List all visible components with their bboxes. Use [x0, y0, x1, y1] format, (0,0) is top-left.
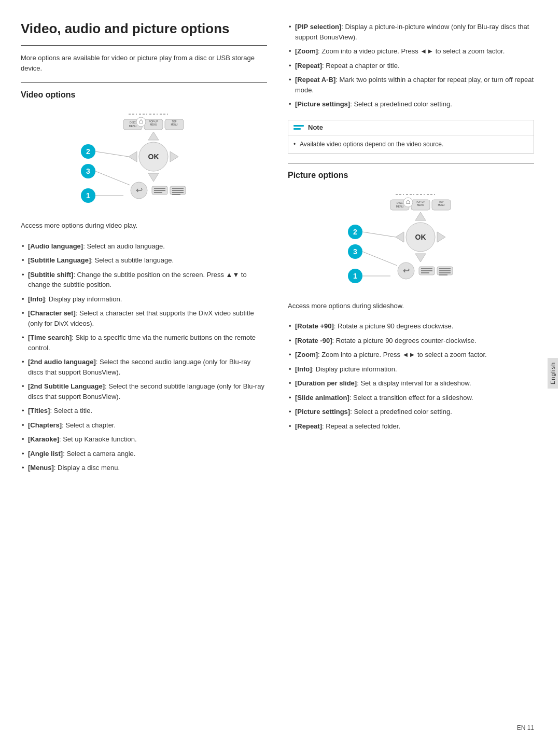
remote-svg-right: 2 3 1 DISC MENU POP-UP MENU ⌂ — [344, 185, 479, 294]
video-options-list: [Audio language]: Select an audio langua… — [21, 240, 267, 474]
svg-text:POP-UP: POP-UP — [416, 201, 425, 203]
list-item: [Angle list]: Select a camera angle. — [21, 448, 267, 460]
intro-text: More options are available for video or … — [21, 53, 267, 73]
list-item: [Repeat A-B]: Mark two points within a c… — [288, 74, 534, 96]
list-item: [Picture settings]: Select a predefined … — [288, 406, 534, 418]
list-item: [Repeat]: Repeat a chapter or title. — [288, 60, 534, 72]
svg-line-39 — [95, 171, 130, 185]
list-item: [Slide animation]: Select a transition e… — [288, 392, 534, 404]
side-tab: English — [545, 0, 560, 747]
list-item: [Subtitle shift]: Change the subtitle po… — [21, 269, 267, 291]
list-item: [2nd Subtitle Language]: Select the seco… — [21, 380, 267, 403]
svg-text:3: 3 — [86, 167, 90, 175]
svg-text:OK: OK — [415, 233, 426, 241]
svg-marker-63 — [396, 232, 404, 242]
svg-text:MENU: MENU — [129, 125, 136, 128]
svg-marker-65 — [415, 254, 426, 262]
video-options-divider — [21, 82, 267, 83]
video-access-text: Access more options during video play. — [21, 220, 267, 231]
video-options-title: Video options — [21, 90, 267, 100]
svg-marker-23 — [170, 151, 178, 162]
list-item: [Zoom]: Zoom into a picture. Press ◄► to… — [288, 349, 534, 361]
svg-line-80 — [362, 252, 397, 266]
svg-text:TOP: TOP — [172, 120, 176, 123]
picture-access-text: Access more options during slideshow. — [288, 301, 534, 311]
list-item: [Rotate -90]: Rotate a picture 90 degree… — [288, 335, 534, 347]
side-tab-label: English — [548, 358, 558, 389]
list-item: [PIP selection]: Display a picture-in-pi… — [288, 21, 534, 43]
svg-text:⌂: ⌂ — [138, 117, 143, 125]
list-item: [2nd audio language]: Select the second … — [21, 356, 267, 378]
svg-marker-62 — [415, 212, 426, 220]
note-box: Note Available video options depend on t… — [288, 120, 534, 154]
list-item: [Menus]: Display a disc menu. — [21, 462, 267, 474]
svg-text:MENU: MENU — [396, 205, 403, 208]
svg-text:2: 2 — [86, 147, 90, 156]
picture-options-list: [Rotate +90]: Rotate a picture 90 degree… — [288, 320, 534, 432]
svg-text:DISC: DISC — [130, 121, 136, 124]
svg-text:MENU: MENU — [171, 123, 177, 126]
note-icon — [293, 123, 304, 132]
list-item: [Duration per slide]: Set a display inte… — [288, 377, 534, 390]
note-header: Note — [288, 120, 534, 135]
svg-text:POP-UP: POP-UP — [149, 120, 158, 123]
list-item: [Chapters]: Select a chapter. — [21, 419, 267, 432]
list-item: [Info]: Display play information. — [21, 293, 267, 306]
svg-text:OK: OK — [148, 153, 159, 161]
svg-text:TOP: TOP — [439, 201, 443, 203]
svg-text:⌂: ⌂ — [405, 197, 410, 205]
svg-text:1: 1 — [353, 272, 357, 280]
remote-diagram-right: 2 3 1 DISC MENU POP-UP MENU ⌂ — [344, 185, 479, 296]
list-item: [Time search]: Skip to a specific time v… — [21, 331, 267, 354]
list-item: [Zoom]: Zoom into a video picture. Press… — [288, 45, 534, 58]
svg-marker-24 — [148, 173, 159, 182]
title-divider — [21, 45, 267, 46]
svg-text:↩: ↩ — [402, 266, 409, 275]
svg-text:MENU: MENU — [417, 204, 424, 206]
svg-text:1: 1 — [86, 191, 90, 200]
svg-text:MENU: MENU — [150, 123, 157, 126]
svg-text:↩: ↩ — [135, 186, 142, 195]
left-column: Video, audio and picture options More op… — [21, 21, 267, 726]
list-item: [Karaoke]: Set up Karaoke function. — [21, 433, 267, 446]
note-content: Available video options depend on the vi… — [288, 135, 534, 153]
svg-line-38 — [95, 151, 129, 157]
picture-options-title: Picture options — [288, 171, 534, 180]
remote-svg-left: 2 3 1 DISC MENU POP-UP MENU — [77, 105, 212, 214]
svg-marker-21 — [148, 132, 159, 140]
note-title: Note — [308, 123, 323, 131]
list-item: [Repeat]: Repeat a selected folder. — [288, 420, 534, 433]
page-title: Video, audio and picture options — [21, 21, 267, 37]
svg-text:MENU: MENU — [438, 204, 444, 206]
pip-options-list: [PIP selection]: Display a picture-in-pi… — [288, 21, 534, 110]
list-item: [Info]: Display picture information. — [288, 363, 534, 376]
svg-marker-22 — [129, 151, 137, 162]
page-number: EN 11 — [517, 724, 534, 731]
svg-text:2: 2 — [353, 228, 357, 236]
list-item: [Character set]: Select a character set … — [21, 307, 267, 329]
svg-text:DISC: DISC — [397, 201, 403, 204]
picture-options-divider — [288, 163, 534, 163]
list-item: [Audio language]: Select an audio langua… — [21, 240, 267, 253]
list-item: [Picture settings]: Select a predefined … — [288, 98, 534, 110]
remote-diagram-left: 2 3 1 DISC MENU POP-UP MENU — [77, 105, 212, 215]
right-column: [PIP selection]: Display a picture-in-pi… — [288, 21, 534, 726]
list-item: [Subtitle Language]: Select a subtitle l… — [21, 254, 267, 267]
list-item: [Rotate +90]: Rotate a picture 90 degree… — [288, 320, 534, 333]
list-item: [Titles]: Select a title. — [21, 405, 267, 417]
svg-text:3: 3 — [353, 247, 357, 256]
svg-marker-64 — [437, 232, 445, 242]
svg-line-79 — [362, 232, 396, 237]
note-item: Available video options depend on the vi… — [293, 140, 528, 149]
